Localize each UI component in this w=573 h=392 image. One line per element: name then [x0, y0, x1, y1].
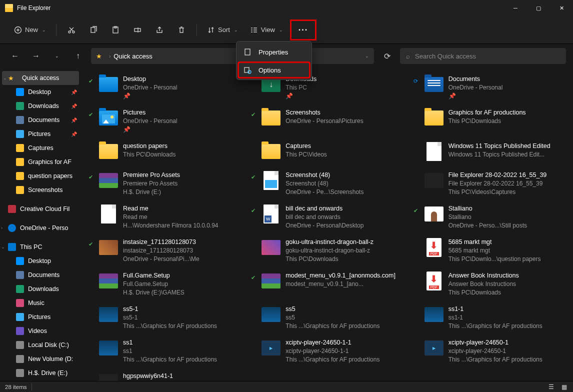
- delete-button[interactable]: [172, 21, 192, 39]
- file-item[interactable]: hgpspwwiy6n41-1 hgpspwwiy6n41-1 This ...…: [84, 370, 244, 381]
- file-path: OneDrive - Perso...\Still posts: [448, 222, 567, 230]
- sort-button[interactable]: Sort ⌄: [202, 21, 243, 39]
- file-subtitle: Read me: [123, 213, 242, 222]
- new-button[interactable]: New ⌄: [9, 21, 51, 39]
- close-button[interactable]: ✕: [550, 0, 573, 16]
- file-item[interactable]: ss5 ss5 This ...\Graphics for AF product…: [246, 303, 407, 332]
- file-item[interactable]: ⬇PDF Answer Book Instructions Answer Boo…: [410, 270, 570, 299]
- sidebar-item[interactable]: Pictures: [0, 310, 81, 324]
- rename-button[interactable]: [128, 21, 148, 39]
- up-button[interactable]: ↑: [70, 48, 86, 64]
- back-button[interactable]: ←: [7, 48, 23, 64]
- search-box[interactable]: ⌕ Search Quick access: [400, 48, 566, 64]
- image-thumbnail: [424, 206, 444, 222]
- file-item[interactable]: File Explorer 28-02-2022 16_55_39 File E…: [410, 169, 570, 198]
- sidebar-item[interactable]: Desktop: [0, 254, 81, 268]
- sidebar-onedrive[interactable]: › OneDrive - Perso: [0, 221, 81, 235]
- sidebar-item[interactable]: Local Disk (C:): [0, 338, 81, 352]
- star-icon: ★: [8, 74, 14, 82]
- sidebar-creative-cloud[interactable]: Creative Cloud Fil: [0, 202, 81, 216]
- image-thumbnail: [99, 240, 118, 255]
- file-item[interactable]: ▶ xciptv-player-24650-1 xciptv-player-24…: [410, 336, 570, 366]
- file-item[interactable]: ✔ Pictures OneDrive - Personal 📌: [84, 106, 244, 136]
- word-doc-icon: W: [264, 204, 278, 224]
- sidebar-item[interactable]: question papers: [0, 169, 81, 183]
- sidebar-item[interactable]: Videos: [0, 324, 81, 338]
- forward-button[interactable]: →: [28, 48, 44, 64]
- file-item[interactable]: ss5-1 ss5-1 This ...\Graphics for AF pro…: [84, 303, 244, 332]
- sidebar-this-pc[interactable]: ⌄ This PC: [0, 240, 81, 254]
- file-item[interactable]: ✔ modest_menu_v0.9.1_[anonmods.com] mode…: [246, 270, 407, 299]
- sidebar-item[interactable]: Downloads 📌: [0, 99, 81, 113]
- file-subtitle: Premiere Pro Assets: [123, 180, 242, 188]
- copy-button[interactable]: [84, 21, 104, 39]
- file-name: hgpspwwiy6n41-1: [123, 372, 242, 380]
- new-label: New: [25, 26, 38, 34]
- chevron-down-icon[interactable]: ⌄: [365, 54, 369, 58]
- file-item[interactable]: ✔ instasize_1711280128073 instasize_1711…: [84, 236, 244, 266]
- maximize-button[interactable]: ▢: [527, 0, 550, 16]
- file-item[interactable]: ✔ Screenshot (48) Screenshot (48) OneDri…: [246, 169, 407, 198]
- file-item[interactable]: ✔ Premiere Pro Assets Premiere Pro Asset…: [84, 169, 244, 198]
- rename-icon: [134, 26, 142, 34]
- trash-icon: [178, 26, 186, 34]
- dropdown-properties[interactable]: Properties: [238, 44, 310, 60]
- sidebar-item[interactable]: Desktop 📌: [0, 85, 81, 99]
- separator: [196, 24, 197, 36]
- sidebar-item[interactable]: Captures: [0, 141, 81, 155]
- dropdown-options-highlighted[interactable]: Options: [238, 62, 310, 78]
- paste-button[interactable]: [106, 21, 126, 39]
- sidebar-item[interactable]: Graphics for AF: [0, 155, 81, 169]
- file-subtitle: File Explorer 28-02-2022 16_55_39: [448, 180, 567, 188]
- sync-status-icon: ✔: [412, 204, 420, 214]
- file-name: 5685 markt mgt: [448, 238, 567, 246]
- sidebar-item[interactable]: Documents 📌: [0, 113, 81, 127]
- file-item[interactable]: Windows 11 Topics Published Edited Windo…: [410, 140, 570, 165]
- chevron-down-icon: ⌄: [279, 28, 283, 32]
- file-name: modest_menu_v0.9.1_[anonmods.com]: [286, 272, 404, 280]
- more-button-highlighted[interactable]: ···: [290, 20, 316, 40]
- file-item[interactable]: ✔ Screenshots OneDrive - Personal\Pictur…: [246, 106, 407, 136]
- file-item[interactable]: Graphics for AF productions This PC\Down…: [410, 106, 570, 136]
- archive-icon: [99, 173, 118, 188]
- address-bar[interactable]: ★ › Quick access ⌄: [91, 48, 374, 64]
- file-item[interactable]: Captures This PC\Videos: [246, 140, 407, 165]
- sync-status-icon: [87, 305, 94, 308]
- refresh-button[interactable]: ⟳: [379, 48, 395, 64]
- image-thumbnail: [99, 340, 118, 356]
- file-item[interactable]: ✔ W bill dec and onwards bill dec and on…: [246, 202, 407, 232]
- sidebar-item[interactable]: H.$. Drive (E:): [0, 366, 81, 380]
- pin-icon: 📌: [71, 90, 77, 95]
- file-item[interactable]: ss1 ss1 This ...\Graphics for AF product…: [84, 336, 244, 366]
- sort-label: Sort: [218, 26, 230, 34]
- share-button[interactable]: [150, 21, 170, 39]
- file-item[interactable]: goku-ultra-instinct-dragon-ball-z goku-u…: [246, 236, 407, 266]
- file-item[interactable]: ✔ Desktop OneDrive - Personal 📌: [84, 73, 244, 102]
- file-item[interactable]: ⟳ Documents OneDrive - Personal 📌: [410, 73, 570, 102]
- cut-button[interactable]: [62, 21, 82, 39]
- minimize-button[interactable]: ─: [504, 0, 527, 16]
- file-item[interactable]: ss1-1 ss1-1 This ...\Graphics for AF pro…: [410, 303, 570, 332]
- file-item[interactable]: question papers This PC\Downloads: [84, 140, 244, 165]
- sidebar-item[interactable]: New Volume (D:: [0, 352, 81, 366]
- sync-status-icon: [412, 142, 420, 145]
- sync-status-icon: [412, 171, 420, 174]
- file-item[interactable]: Full.Game.Setup Full.Game.Setup H.$. Dri…: [84, 270, 244, 299]
- search-icon: ⌕: [406, 52, 410, 60]
- file-item[interactable]: ⬇PDF 5685 markt mgt 5685 markt mgt This …: [410, 236, 570, 266]
- file-item[interactable]: ▶ xciptv-player-24650-1-1 xciptv-player-…: [246, 336, 407, 366]
- sync-status-icon: [412, 305, 420, 308]
- sidebar-item[interactable]: Pictures 📌: [0, 127, 81, 141]
- image-thumbnail: [99, 374, 118, 381]
- recent-button[interactable]: ⌄: [49, 48, 65, 64]
- tiles-view-toggle[interactable]: ▦: [558, 382, 570, 392]
- sidebar-item[interactable]: Music: [0, 296, 81, 310]
- sidebar-item[interactable]: Screenshots: [0, 183, 81, 197]
- view-button[interactable]: View ⌄: [245, 21, 288, 39]
- file-item[interactable]: ✔ Stalliano Stalliano OneDrive - Perso..…: [410, 202, 570, 232]
- sidebar-item[interactable]: Downloads: [0, 282, 81, 296]
- sidebar-quick-access[interactable]: ⌄ ★ Quick access: [2, 71, 79, 85]
- details-view-toggle[interactable]: ☰: [545, 382, 557, 392]
- file-item[interactable]: Read me Read me H...\Wondershare Filmora…: [84, 202, 244, 232]
- sidebar-item[interactable]: Documents: [0, 268, 81, 282]
